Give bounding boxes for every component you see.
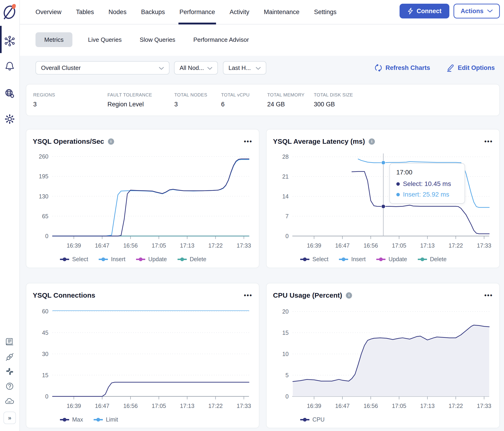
y-tick-label: 14	[282, 193, 289, 200]
tab-settings[interactable]: Settings	[314, 0, 337, 24]
chart-menu-button[interactable]: •••	[244, 140, 252, 143]
series-dot-icon	[396, 182, 400, 186]
info-icon[interactable]: i	[346, 292, 352, 299]
network-settings-globe-icon[interactable]	[4, 88, 15, 100]
filter-row: Overall Cluster All Nod... Last H...	[26, 61, 500, 75]
legend-label: Max	[72, 416, 83, 423]
stat-total-memory: TOTAL MEMORY 24 GB	[267, 92, 314, 108]
refresh-charts-link[interactable]: Refresh Charts	[374, 64, 430, 72]
legend-marker-icon	[418, 257, 427, 261]
tooltip-value: Insert: 25.92 ms	[403, 191, 449, 198]
tab-maintenance[interactable]: Maintenance	[264, 0, 299, 24]
cloud-status-icon[interactable]	[5, 397, 15, 406]
y-tick-label: 0	[285, 233, 289, 239]
legend-label: Delete	[430, 256, 447, 263]
chevron-down-icon	[487, 9, 493, 13]
y-tick-label: 65	[42, 213, 48, 220]
x-tick-label: 17:33	[477, 242, 491, 249]
legend-label: Update	[148, 256, 167, 263]
legend-marker-icon	[136, 257, 145, 261]
legend-label: Limit	[106, 416, 118, 423]
chart-legend: CPU	[300, 416, 493, 423]
info-icon[interactable]: i	[108, 138, 114, 145]
settings-gear-icon[interactable]	[4, 113, 15, 126]
slack-icon[interactable]	[5, 367, 14, 377]
info-icon[interactable]: i	[369, 138, 375, 145]
legend-marker-icon	[60, 257, 69, 261]
x-tick-label: 17:13	[420, 403, 435, 409]
tooltip-time: 17:00	[396, 169, 458, 176]
legend-item-insert[interactable]: Insert	[99, 256, 126, 263]
tooltip-row: Select: 10.45 ms	[396, 180, 458, 188]
y-tick-label: 15	[42, 372, 48, 378]
legend-item-cpu[interactable]: CPU	[300, 416, 325, 423]
legend-marker-icon	[339, 257, 348, 261]
legend-label: CPU	[312, 416, 325, 423]
y-tick-label: 260	[39, 153, 48, 160]
sidebar: »	[0, 0, 20, 431]
legend-item-insert[interactable]: Insert	[339, 256, 366, 263]
y-tick-label: 45	[42, 330, 48, 336]
chart-svg: 0510152016:3916:4716:5617:0517:1317:2217…	[273, 302, 493, 413]
edit-options-link[interactable]: Edit Options	[446, 64, 495, 72]
cluster-tabbar: Overview Tables Nodes Backups Performanc…	[19, 0, 504, 24]
cluster-icon[interactable]	[4, 36, 15, 47]
chart-menu-button[interactable]: •••	[244, 294, 252, 296]
tab-overview[interactable]: Overview	[36, 0, 62, 24]
legend-item-select[interactable]: Select	[300, 256, 328, 263]
legend-item-update[interactable]: Update	[376, 256, 407, 263]
tab-tables[interactable]: Tables	[76, 0, 94, 24]
legend-item-update[interactable]: Update	[136, 256, 167, 263]
legend-item-max[interactable]: Max	[60, 416, 83, 423]
x-tick-label: 17:33	[236, 242, 251, 249]
tab-nodes[interactable]: Nodes	[108, 0, 126, 24]
y-tick-label: 60	[42, 308, 48, 314]
stat-regions: REGIONS 3	[33, 92, 108, 108]
nodes-select[interactable]: All Nod...	[174, 61, 218, 74]
chart-card-ysql-latency: YSQL Average Latency (ms) i ••• 07142128…	[266, 129, 500, 268]
legend-label: Insert	[111, 256, 126, 263]
help-icon[interactable]	[5, 382, 14, 392]
legend-item-limit[interactable]: Limit	[94, 416, 118, 423]
chart-plot: 06513019526016:3916:4716:5617:0517:1317:…	[33, 148, 252, 254]
chart-card-ysql-operations: YSQL Operations/Sec i ••• 06513019526016…	[26, 129, 259, 268]
chart-card-ysql-connections: YSQL Connections ••• 01530456016:3916:47…	[26, 283, 259, 428]
chart-menu-button[interactable]: •••	[484, 140, 493, 143]
legend-item-delete[interactable]: Delete	[178, 256, 206, 263]
y-tick-label: 28	[282, 153, 289, 160]
actions-button[interactable]: Actions	[453, 4, 500, 18]
x-tick-label: 16:39	[67, 242, 81, 249]
chevron-down-icon	[256, 64, 261, 72]
tooltip-value: Select: 10.45 ms	[403, 180, 451, 188]
integrations-plug-icon[interactable]	[5, 352, 14, 362]
chart-legend: MaxLimit	[60, 416, 252, 423]
subtab-slow-queries[interactable]: Slow Queries	[137, 36, 178, 43]
time-range-select[interactable]: Last H...	[223, 61, 266, 74]
legend-item-delete[interactable]: Delete	[418, 256, 447, 263]
y-tick-label: 10	[282, 351, 289, 357]
connect-button[interactable]: Connect	[400, 4, 449, 18]
tab-performance[interactable]: Performance	[179, 0, 215, 24]
legend-item-select[interactable]: Select	[60, 256, 88, 263]
subtab-performance-advisor[interactable]: Performance Advisor	[191, 36, 251, 43]
subtab-metrics[interactable]: Metrics	[36, 32, 72, 47]
alerts-bell-icon[interactable]	[5, 61, 15, 72]
stat-total-disk-size: TOTAL DISK SIZE 300 GB	[314, 92, 353, 108]
y-tick-label: 7	[285, 213, 289, 220]
chart-menu-button[interactable]: •••	[484, 294, 493, 296]
sidebar-expand-button[interactable]: »	[3, 412, 16, 424]
subtab-live-queries[interactable]: Live Queries	[86, 36, 124, 43]
chart-plot: 0510152016:3916:4716:5617:0517:1317:2217…	[273, 302, 493, 414]
x-tick-label: 17:22	[208, 242, 223, 249]
tab-activity[interactable]: Activity	[230, 0, 250, 24]
performance-subtabs: Metrics Live Queries Slow Queries Perfor…	[19, 24, 504, 56]
x-tick-label: 16:56	[364, 242, 378, 249]
tab-backups[interactable]: Backups	[141, 0, 165, 24]
x-tick-label: 17:05	[152, 242, 166, 249]
docs-book-icon[interactable]	[5, 337, 14, 348]
yugabyte-logo[interactable]	[2, 3, 17, 22]
legend-marker-icon	[300, 257, 309, 261]
y-tick-label: 30	[42, 351, 48, 357]
cluster-scope-select[interactable]: Overall Cluster	[36, 61, 170, 74]
chart-title: YSQL Operations/Sec	[33, 138, 104, 145]
